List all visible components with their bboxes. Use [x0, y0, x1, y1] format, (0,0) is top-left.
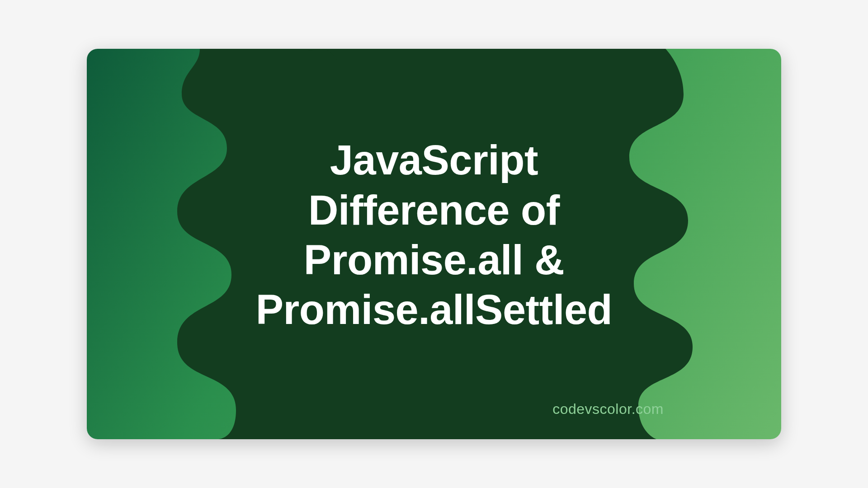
- title-line-2: Difference of: [308, 187, 560, 233]
- content-area: JavaScript Difference of Promise.all & P…: [87, 49, 781, 439]
- hero-title: JavaScript Difference of Promise.all & P…: [256, 135, 613, 335]
- title-line-3: Promise.all &: [304, 237, 564, 283]
- site-watermark: codevscolor.com: [552, 401, 664, 418]
- title-line-1: JavaScript: [330, 137, 538, 183]
- hero-card: JavaScript Difference of Promise.all & P…: [87, 49, 781, 439]
- title-line-4: Promise.allSettled: [256, 286, 613, 333]
